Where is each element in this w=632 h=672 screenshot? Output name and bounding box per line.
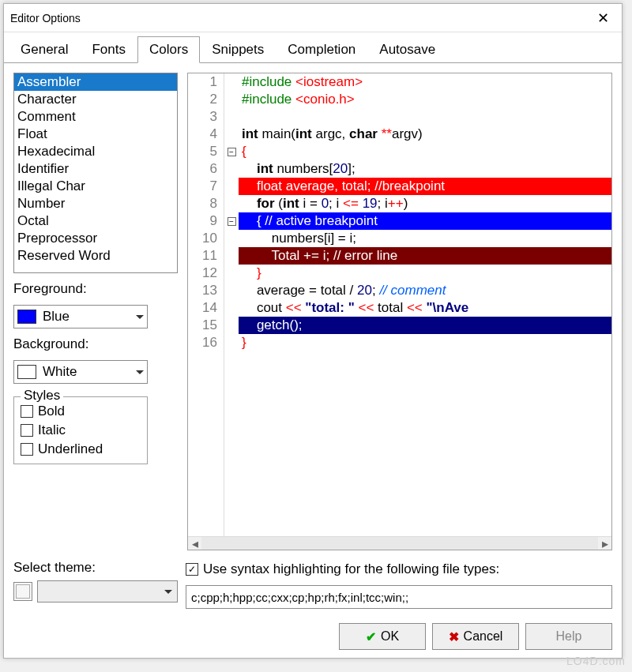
- tab-fonts[interactable]: Fonts: [80, 36, 137, 63]
- code-line: float average, total; //breakpoint: [239, 178, 611, 195]
- theme-combo[interactable]: [37, 580, 178, 603]
- code-line: {: [239, 143, 611, 160]
- code-line: for (int i = 0; i <= 19; i++): [239, 195, 611, 212]
- code-line: cout << "total: " << total << "\nAve: [239, 299, 611, 317]
- scroll-track[interactable]: [201, 537, 598, 550]
- bold-label: Bold: [38, 404, 65, 419]
- background-value: White: [43, 364, 77, 380]
- titlebar: Editor Options ✕: [4, 4, 622, 32]
- underlined-checkbox[interactable]: [21, 443, 33, 456]
- chevron-down-icon: [136, 370, 144, 374]
- window-title: Editor Options: [10, 12, 591, 24]
- cancel-button[interactable]: ✖ Cancel: [432, 623, 519, 650]
- syntax-highlight-label: Use syntax highlighting for the followin…: [203, 561, 499, 577]
- fold-icon[interactable]: −: [228, 148, 236, 156]
- code-preview: 12345678910111213141516 −− #include <ios…: [187, 73, 612, 550]
- list-item[interactable]: Assembler: [14, 73, 177, 91]
- code-line: Total += i; // error line: [239, 247, 611, 265]
- ok-label: OK: [381, 629, 399, 644]
- editor-options-dialog: Editor Options ✕ GeneralFontsColorsSnipp…: [3, 3, 623, 659]
- fold-column: −−: [224, 73, 239, 536]
- watermark: LO4D.com: [566, 655, 626, 667]
- list-item[interactable]: Octal: [14, 212, 177, 230]
- disk-icon[interactable]: [13, 582, 32, 601]
- syntax-element-list[interactable]: AssemblerCharacterCommentFloatHexadecima…: [13, 73, 178, 273]
- code-line: #include <conio.h>: [239, 91, 611, 108]
- code-line: #include <iostream>: [239, 73, 611, 91]
- underlined-label: Underlined: [38, 441, 103, 457]
- help-button[interactable]: Help: [525, 623, 612, 650]
- code-line: [239, 108, 611, 126]
- code-line: }: [239, 334, 611, 351]
- list-item[interactable]: Preprocessor: [14, 230, 177, 247]
- foreground-swatch: [17, 310, 36, 324]
- code-line: int main(int argc, char **argv): [239, 126, 611, 143]
- code-line: int numbers[20];: [239, 160, 611, 178]
- list-item[interactable]: Float: [14, 126, 177, 143]
- filetypes-input[interactable]: c;cpp;h;hpp;cc;cxx;cp;hp;rh;fx;inl;tcc;w…: [186, 585, 612, 609]
- bold-checkbox[interactable]: [21, 405, 33, 418]
- chevron-down-icon: [164, 590, 172, 594]
- code-line: getch();: [239, 317, 611, 334]
- list-item[interactable]: Illegal Char: [14, 178, 177, 195]
- italic-label: Italic: [38, 422, 66, 438]
- chevron-down-icon: [136, 315, 144, 319]
- cross-icon: ✖: [449, 629, 459, 644]
- line-gutter: 12345678910111213141516: [188, 73, 224, 536]
- code-line: numbers[i] = i;: [239, 230, 611, 247]
- left-column: AssemblerCharacterCommentFloatHexadecima…: [13, 73, 178, 550]
- ok-button[interactable]: ✔ OK: [339, 623, 426, 650]
- foreground-label: Foreground:: [13, 281, 178, 297]
- scroll-right-icon[interactable]: ▸: [598, 537, 611, 550]
- code-line: }: [239, 265, 611, 282]
- italic-checkbox[interactable]: [21, 424, 33, 437]
- code-line: { // active breakpoint: [239, 212, 611, 230]
- filetypes-value: c;cpp;h;hpp;cc;cxx;cp;hp;rh;fx;inl;tcc;w…: [191, 591, 408, 604]
- help-label: Help: [556, 629, 582, 644]
- styles-group: Styles Bold Italic Underlined: [13, 396, 148, 464]
- list-item[interactable]: Character: [14, 91, 177, 108]
- background-combo[interactable]: White: [13, 360, 148, 384]
- bottom-panel: Select theme: ✓ Use syntax highlighting …: [4, 560, 622, 618]
- list-item[interactable]: Reserved Word: [14, 247, 177, 265]
- background-label: Background:: [13, 336, 178, 352]
- content-area: AssemblerCharacterCommentFloatHexadecima…: [4, 63, 622, 560]
- horizontal-scrollbar[interactable]: ◂ ▸: [188, 536, 611, 550]
- list-item[interactable]: Number: [14, 195, 177, 212]
- close-icon[interactable]: ✕: [591, 8, 615, 28]
- select-theme-label: Select theme:: [13, 560, 178, 576]
- foreground-value: Blue: [43, 309, 70, 325]
- code-column: #include <iostream>#include <conio.h>int…: [239, 73, 611, 536]
- fold-icon[interactable]: −: [228, 217, 236, 226]
- tab-general[interactable]: General: [9, 36, 80, 63]
- scroll-left-icon[interactable]: ◂: [188, 537, 201, 550]
- tab-autosave[interactable]: Autosave: [367, 36, 447, 63]
- tab-snippets[interactable]: Snippets: [200, 36, 276, 63]
- cancel-label: Cancel: [464, 629, 503, 644]
- syntax-highlight-checkbox[interactable]: ✓: [186, 563, 198, 576]
- button-bar: ✔ OK ✖ Cancel Help: [4, 618, 622, 658]
- foreground-combo[interactable]: Blue: [13, 305, 148, 328]
- code-line: average = total / 20; // comment: [239, 282, 611, 299]
- tab-colors[interactable]: Colors: [137, 36, 200, 63]
- tabbar: GeneralFontsColorsSnippetsCompletionAuto…: [4, 32, 622, 63]
- styles-legend: Styles: [21, 388, 63, 404]
- list-item[interactable]: Identifier: [14, 160, 177, 178]
- list-item[interactable]: Hexadecimal: [14, 143, 177, 160]
- background-swatch: [17, 365, 36, 379]
- list-item[interactable]: Comment: [14, 108, 177, 126]
- tab-completion[interactable]: Completion: [276, 36, 367, 63]
- check-icon: ✔: [366, 629, 376, 644]
